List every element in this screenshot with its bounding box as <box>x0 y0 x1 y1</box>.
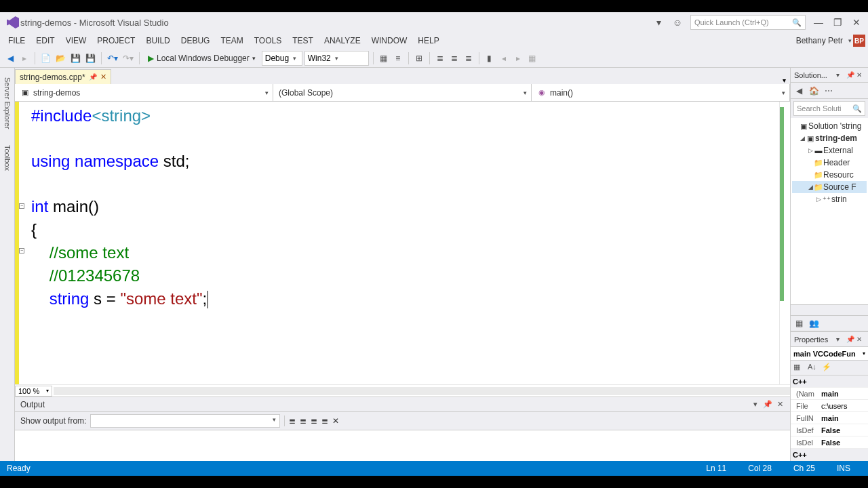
solution-toolbar: ◀ 🏠 ⋯ <box>791 83 868 99</box>
solution-tree[interactable]: ▣Solution 'string ◢▣string-dem ▷▬Externa… <box>791 118 868 304</box>
scope-combo[interactable]: (Global Scope) <box>273 84 532 101</box>
menu-tools[interactable]: TOOLS <box>249 34 287 47</box>
config-combo[interactable]: Debug <box>262 51 302 66</box>
output-title: Output <box>20 400 748 409</box>
props-events-icon[interactable]: ⚡ <box>822 363 833 373</box>
start-debug-button[interactable]: ▶ Local Windows Debugger ▾ <box>144 54 260 63</box>
output-btn-5[interactable]: ✕ <box>332 416 339 426</box>
close-tab-icon[interactable]: ✕ <box>100 73 106 81</box>
tree-file[interactable]: ▷⁺⁺strin <box>792 193 867 205</box>
toolbox-tab[interactable]: Toolbox <box>2 141 13 175</box>
se-close-icon[interactable]: ✕ <box>856 71 865 79</box>
menu-window[interactable]: WINDOW <box>366 34 413 47</box>
output-btn-3[interactable]: ≣ <box>311 416 317 426</box>
se-more-icon[interactable]: ⋯ <box>823 85 834 96</box>
collapse-icon[interactable]: − <box>19 203 24 209</box>
se-home-icon[interactable]: 🏠 <box>808 85 819 96</box>
props-cat-icon[interactable]: ▦ <box>793 363 804 373</box>
user-name[interactable]: Bethany Petr <box>791 34 848 47</box>
minimize-button[interactable]: — <box>812 16 825 28</box>
undo-button[interactable]: ↶▾ <box>106 51 119 66</box>
platform-combo[interactable]: Win32 <box>304 51 369 66</box>
tabs-dropdown-icon[interactable]: ▾ <box>778 77 790 84</box>
output-btn-4[interactable]: ≣ <box>321 416 328 426</box>
pin-icon[interactable]: 📌 <box>89 73 97 81</box>
back-button[interactable]: ◀ <box>4 51 16 66</box>
menu-view[interactable]: VIEW <box>60 34 92 47</box>
props-az-icon[interactable]: A↓ <box>808 363 818 373</box>
tb-btn-8[interactable]: ◂ <box>498 51 510 66</box>
se-team-icon[interactable]: 👥 <box>808 318 819 329</box>
save-button[interactable]: 💾 <box>69 51 82 66</box>
menu-test[interactable]: TEST <box>287 34 319 47</box>
project-combo[interactable]: ▣string-demos <box>15 84 273 101</box>
h-scrollbar[interactable] <box>54 387 790 395</box>
tree-resource[interactable]: 📁Resourc <box>792 169 867 181</box>
zoom-combo[interactable]: 100 % <box>15 386 52 396</box>
tree-header[interactable]: 📁Header <box>792 157 867 169</box>
tab-string-demos[interactable]: string-demos.cpp* 📌 ✕ <box>15 69 111 84</box>
se-dropdown-icon[interactable]: ▾ <box>836 71 844 79</box>
menu-help[interactable]: HELP <box>412 34 444 47</box>
solution-search[interactable]: Search Soluti 🔍 <box>793 101 865 116</box>
output-body[interactable] <box>15 430 790 461</box>
tb-btn-4[interactable]: ≣ <box>434 51 446 66</box>
maximize-button[interactable]: ❐ <box>831 16 844 28</box>
open-file-button[interactable]: 📂 <box>54 51 67 66</box>
props-dropdown-icon[interactable]: ▾ <box>836 336 844 344</box>
menu-debug[interactable]: DEBUG <box>176 34 216 47</box>
redo-button[interactable]: ↷▾ <box>121 51 135 66</box>
props-pin-icon[interactable]: 📌 <box>846 336 854 344</box>
collapse-icon[interactable]: − <box>19 248 24 253</box>
status-col: Col 28 <box>737 464 783 473</box>
tb-btn-1[interactable]: ▦ <box>378 51 390 66</box>
tb-btn-6[interactable]: ≣ <box>462 51 475 66</box>
output-dropdown-icon[interactable]: ▾ <box>751 400 760 409</box>
search-icon: 🔍 <box>792 18 802 27</box>
code-string: "some text" <box>120 289 202 308</box>
tb-btn-9[interactable]: ▸ <box>512 51 524 66</box>
props-grid[interactable]: C++ (Nammain Filec:\users FullNmain IsDe… <box>791 375 868 461</box>
tb-btn-2[interactable]: ≡ <box>392 51 404 66</box>
props-close-icon[interactable]: ✕ <box>856 336 865 344</box>
context-bar: ▣string-demos (Global Scope) ◉main() <box>15 84 790 102</box>
output-source-combo[interactable] <box>90 414 280 428</box>
feedback-icon[interactable]: ☺ <box>671 16 684 28</box>
code-editor[interactable]: − − #include<string> using namespace std… <box>15 102 790 384</box>
tree-project[interactable]: ◢▣string-dem <box>792 132 867 144</box>
se-view-icon[interactable]: ▦ <box>793 318 804 329</box>
user-dropdown-icon[interactable]: ▾ <box>848 37 852 44</box>
tree-source[interactable]: ◢📁Source F <box>792 181 867 193</box>
function-combo[interactable]: ◉main() <box>532 84 790 101</box>
tb-btn-5[interactable]: ≣ <box>448 51 460 66</box>
menu-analyze[interactable]: ANALYZE <box>319 34 366 47</box>
output-btn-1[interactable]: ≣ <box>289 416 296 426</box>
menu-project[interactable]: PROJECT <box>92 34 140 47</box>
output-panel: Output ▾ 📌 ✕ Show output from: ≣ ≣ ≣ ≣ ✕ <box>15 396 790 461</box>
text-caret <box>208 291 208 308</box>
tb-btn-7[interactable]: ▮ <box>484 51 496 66</box>
tree-external[interactable]: ▷▬External <box>792 144 867 157</box>
output-btn-2[interactable]: ≣ <box>300 416 307 426</box>
menu-team[interactable]: TEAM <box>215 34 248 47</box>
output-close-icon[interactable]: ✕ <box>775 400 785 409</box>
server-explorer-tab[interactable]: Server Explorer <box>2 73 13 133</box>
forward-button[interactable]: ▸ <box>18 51 31 66</box>
save-all-button[interactable]: 💾 <box>84 51 97 66</box>
menu-edit[interactable]: EDIT <box>31 34 60 47</box>
output-pin-icon[interactable]: 📌 <box>763 400 772 409</box>
props-object-combo[interactable]: main VCCodeFun <box>791 347 868 361</box>
tb-btn-10[interactable]: ▦ <box>526 51 538 66</box>
notifications-icon[interactable]: ▾ <box>652 16 665 28</box>
quick-launch-input[interactable]: Quick Launch (Ctrl+Q) 🔍 <box>690 15 806 30</box>
menu-file[interactable]: FILE <box>3 34 31 47</box>
tb-btn-3[interactable]: ⊞ <box>413 51 425 66</box>
tree-solution[interactable]: ▣Solution 'string <box>792 120 867 132</box>
new-project-button[interactable]: 📄 <box>39 51 52 66</box>
se-pin-icon[interactable]: 📌 <box>846 71 854 79</box>
close-button[interactable]: ✕ <box>850 16 863 28</box>
se-hscroll[interactable] <box>791 304 868 315</box>
se-back-icon[interactable]: ◀ <box>793 85 804 96</box>
user-badge[interactable]: BP <box>853 35 865 47</box>
menu-build[interactable]: BUILD <box>140 34 175 47</box>
